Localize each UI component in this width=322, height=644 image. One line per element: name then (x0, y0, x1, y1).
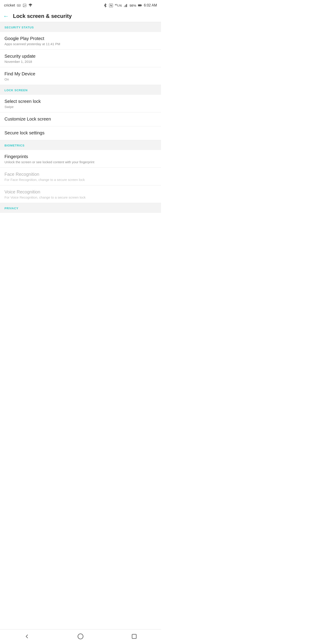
item-title-find-my-device: Find My Device (4, 71, 156, 76)
item-subtitle-find-my-device: On (4, 77, 156, 81)
section-label-privacy: PRIVACY (4, 206, 18, 210)
settings-content: SECURITY STATUS Google Play Protect Apps… (0, 22, 161, 228)
page-title: Lock screen & security (13, 13, 72, 19)
settings-item-find-my-device[interactable]: Find My Device On (0, 67, 161, 85)
svg-rect-14 (142, 5, 142, 6)
item-title-secure-lock-settings: Secure lock settings (4, 130, 156, 136)
item-subtitle-fingerprints: Unlock the screen or see locked content … (4, 160, 156, 164)
settings-item-fingerprints[interactable]: Fingerprints Unlock the screen or see lo… (0, 150, 161, 168)
carrier-label: cricket (4, 3, 15, 8)
settings-item-voice-recognition: Voice Recognition For Voice Recognition,… (0, 185, 161, 203)
settings-item-select-screen-lock[interactable]: Select screen lock Swipe (0, 95, 161, 112)
battery-percentage: 98% (130, 4, 136, 8)
settings-item-google-play-protect[interactable]: Google Play Protect Apps scanned yesterd… (0, 32, 161, 50)
settings-item-face-recognition: Face Recognition For Face Recognition, c… (0, 168, 161, 185)
section-header-security-status: SECURITY STATUS (0, 22, 161, 32)
signal-icon (124, 3, 128, 8)
keyboard-icon (17, 3, 21, 8)
svg-rect-12 (126, 4, 127, 7)
svg-rect-11 (126, 5, 126, 7)
item-title-voice-recognition: Voice Recognition (4, 190, 156, 194)
status-left: cricket (4, 3, 32, 8)
section-label-biometrics: BIOMETRICS (4, 144, 24, 147)
svg-point-7 (24, 4, 24, 5)
lte-icon: 4GLTE (115, 4, 122, 7)
nfc-icon: N (109, 4, 113, 8)
settings-item-customize-lock-screen[interactable]: Customize Lock screen (0, 112, 161, 126)
image-icon (22, 3, 26, 8)
settings-item-security-update[interactable]: Security update November 1, 2018 (0, 50, 161, 67)
battery-icon (138, 3, 142, 8)
item-subtitle-select-screen-lock: Swipe (4, 105, 156, 109)
svg-rect-15 (138, 4, 141, 6)
wifi-icon (28, 3, 32, 8)
item-subtitle-voice-recognition: For Voice Recognition, change to a secur… (4, 196, 156, 199)
item-title-security-update: Security update (4, 54, 156, 59)
svg-rect-0 (17, 4, 20, 6)
back-button[interactable]: ← (3, 13, 9, 19)
item-title-fingerprints: Fingerprints (4, 154, 156, 159)
top-nav: ← Lock screen & security (0, 10, 161, 22)
bluetooth-icon (103, 3, 107, 8)
svg-rect-10 (125, 5, 126, 7)
item-title-face-recognition: Face Recognition (4, 172, 156, 177)
item-title-google-play-protect: Google Play Protect (4, 36, 156, 41)
item-subtitle-google-play-protect: Apps scanned yesterday at 11:41 PM (4, 42, 156, 46)
status-bar: cricket N 4GLTE 9 (0, 0, 161, 10)
section-header-privacy: PRIVACY (0, 203, 161, 213)
item-title-select-screen-lock: Select screen lock (4, 99, 156, 104)
item-title-customize-lock-screen: Customize Lock screen (4, 116, 156, 122)
section-label-security-status: SECURITY STATUS (4, 26, 34, 29)
status-right: N 4GLTE 98% 6:02 AM (103, 3, 157, 8)
time-label: 6:02 AM (144, 3, 157, 8)
section-label-lock-screen: LOCK SCREEN (4, 88, 28, 92)
item-subtitle-face-recognition: For Face Recognition, change to a secure… (4, 178, 156, 182)
section-header-lock-screen: LOCK SCREEN (0, 85, 161, 95)
settings-item-secure-lock-settings[interactable]: Secure lock settings (0, 126, 161, 140)
svg-point-8 (30, 6, 31, 6)
svg-rect-9 (124, 6, 124, 7)
item-subtitle-security-update: November 1, 2018 (4, 60, 156, 64)
section-header-biometrics: BIOMETRICS (0, 140, 161, 150)
